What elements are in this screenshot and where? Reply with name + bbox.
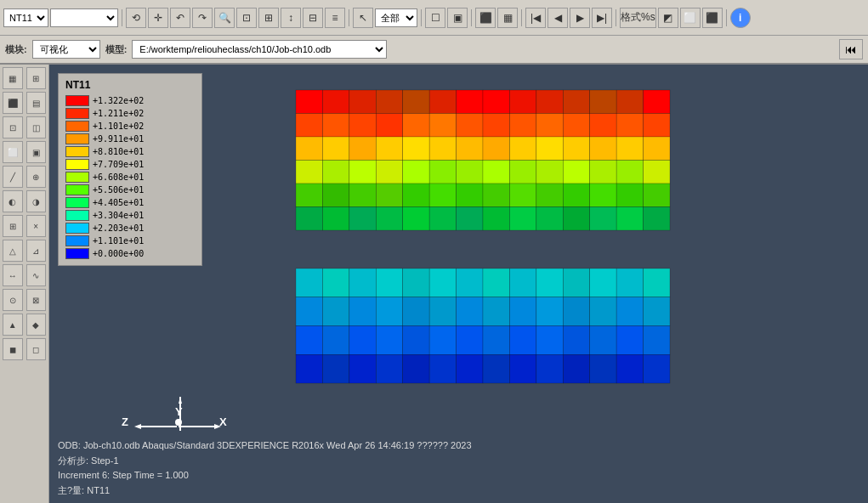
toolbar-icon-contour[interactable]: ⬛: [475, 8, 496, 28]
sidebar-btn-10[interactable]: ⊕: [26, 166, 47, 188]
status-increment-line: Increment 6: Step Time = 1.000: [58, 468, 859, 483]
legend-item: +5.506e+01: [65, 184, 195, 195]
toolbar-icon-box[interactable]: ☐: [425, 8, 445, 28]
separator-3: [421, 9, 422, 26]
sidebar-btn-18[interactable]: ∿: [26, 264, 47, 286]
sidebar-row-4: ⬜ ▣: [2, 140, 47, 164]
main-area: ▦ ⊞ ⬛ ▤ ⊡ ◫ ⬜ ▣ ╱ ⊕ ◐ ◑ ⊞ × △ ⊿: [0, 65, 868, 503]
legend-box: NT11 +1.322e+02+1.211e+02+1.101e+02+9.91…: [58, 73, 202, 266]
sidebar-btn-1[interactable]: ▦: [3, 67, 23, 89]
sidebar-btn-14[interactable]: ×: [26, 215, 47, 237]
sidebar-btn-6[interactable]: ◫: [26, 116, 47, 138]
sidebar-row-2: ⬛ ▤: [2, 91, 47, 115]
anim-next[interactable]: ▶|: [592, 8, 612, 28]
toolbar-icon-box2[interactable]: ▣: [447, 8, 468, 28]
toolbar-icon-fit[interactable]: ⊞: [258, 8, 279, 28]
sidebar-btn-13[interactable]: ⊞: [3, 215, 23, 237]
legend-item: +4.405e+01: [65, 196, 195, 208]
sidebar-btn-21[interactable]: ▲: [3, 314, 23, 336]
legend-value-text: +1.101e+02: [93, 122, 144, 131]
legend-value-text: +4.405e+01: [93, 198, 144, 207]
axis-z-label: Z: [122, 415, 128, 428]
sidebar-btn-19[interactable]: ⊙: [3, 289, 23, 311]
sidebar-row-12: ◼ ◻: [2, 337, 47, 361]
top-toolbar: NT11 ⟲ ✛ ↶ ↷ 🔍 ⊡ ⊞ ↕ ⊟ ≡ ↖ 全部 ☐ ▣ ⬛ ▦ |◀…: [0, 0, 868, 36]
sidebar-btn-11[interactable]: ◐: [3, 190, 23, 212]
toolbar-icon-cursor[interactable]: ↖: [353, 8, 373, 28]
legend-item: +9.911e+01: [65, 133, 195, 144]
anim-prev[interactable]: ◀: [547, 8, 568, 28]
legend-value-text: +0.000e+00: [93, 249, 144, 258]
toolbar-icon-zoom[interactable]: 🔍: [214, 8, 235, 28]
secondary-select[interactable]: [50, 8, 118, 27]
toolbar-icon-3[interactable]: ↶: [170, 8, 190, 28]
sidebar-row-10: ⊙ ⊠: [2, 288, 47, 312]
legend-color-swatch: [65, 133, 89, 144]
svg-marker-1: [179, 397, 182, 404]
sidebar-btn-2[interactable]: ⊞: [26, 67, 47, 89]
separator-2: [349, 9, 349, 26]
sidebar-btn-17[interactable]: ↔: [3, 264, 23, 286]
legend-item: +7.709e+01: [65, 158, 195, 170]
sidebar-btn-24[interactable]: ◻: [26, 338, 47, 360]
legend-color-swatch: [65, 248, 89, 259]
sidebar-row-3: ⊡ ◫: [2, 116, 47, 139]
left-sidebar: ▦ ⊞ ⬛ ▤ ⊡ ◫ ⬜ ▣ ╱ ⊕ ◐ ◑ ⊞ × △ ⊿: [0, 65, 49, 503]
sidebar-btn-15[interactable]: △: [3, 240, 23, 262]
module-select[interactable]: 可视化: [32, 40, 100, 59]
sidebar-btn-16[interactable]: ⊿: [26, 240, 47, 262]
variable-select[interactable]: NT11: [3, 8, 48, 27]
sidebar-btn-8[interactable]: ▣: [26, 141, 47, 163]
sidebar-btn-4[interactable]: ▤: [26, 92, 47, 114]
legend-value-text: +2.203e+01: [93, 223, 144, 233]
legend-color-swatch: [65, 223, 89, 234]
anim-play[interactable]: ▶: [570, 8, 590, 28]
sidebar-btn-5[interactable]: ⊡: [3, 116, 23, 138]
legend-item: +3.304e+01: [65, 209, 195, 221]
sidebar-btn-20[interactable]: ⊠: [26, 289, 47, 311]
sidebar-btn-9[interactable]: ╱: [3, 166, 23, 188]
sidebar-row-6: ◐ ◑: [2, 189, 47, 213]
sidebar-btn-23[interactable]: ◼: [3, 338, 23, 360]
separator-5: [521, 9, 522, 26]
format-btn[interactable]: 格式%s: [620, 8, 656, 28]
sidebar-row-5: ╱ ⊕: [2, 165, 47, 189]
sidebar-btn-22[interactable]: ◆: [26, 314, 47, 336]
toolbar-icon-contour2[interactable]: ▦: [497, 8, 518, 28]
toolbar-icon-1[interactable]: ⟲: [126, 8, 146, 28]
legend-value-text: +3.304e+01: [93, 211, 144, 220]
toolbar-icon-grid[interactable]: ⊟: [303, 8, 323, 28]
sidebar-btn-7[interactable]: ⬜: [3, 141, 23, 163]
toolbar-end-nav[interactable]: ⏮: [839, 39, 863, 59]
legend-item: +1.101e+01: [65, 235, 195, 246]
separator-4: [471, 9, 472, 26]
legend-value-text: +8.810e+01: [93, 147, 144, 156]
model-select[interactable]: E:/worktemp/reliouheclass/ch10/Job-ch10.…: [132, 40, 387, 59]
legend-value-text: +9.911e+01: [93, 134, 144, 144]
view-3d-1[interactable]: ◩: [658, 8, 678, 28]
legend-value-text: +1.101e+01: [93, 236, 144, 246]
info-btn[interactable]: i: [730, 8, 751, 28]
toolbar-icon-align[interactable]: ≡: [325, 8, 345, 28]
svg-marker-4: [134, 424, 141, 429]
all-select[interactable]: 全部: [375, 8, 417, 27]
legend-color-swatch: [65, 184, 89, 195]
toolbar-icon-4[interactable]: ↷: [192, 8, 213, 28]
status-step-line: 分析步: Step-1: [58, 454, 859, 469]
sidebar-row-11: ▲ ◆: [2, 313, 47, 336]
toolbar-icon-scale[interactable]: ↕: [281, 8, 301, 28]
view-3d-3[interactable]: ⬛: [702, 8, 723, 28]
legend-item: +8.810e+01: [65, 145, 195, 157]
anim-start[interactable]: |◀: [525, 8, 546, 28]
view-3d-2[interactable]: ⬜: [680, 8, 701, 28]
toolbar-icon-zoombox[interactable]: ⊡: [236, 8, 257, 28]
separator-7: [726, 9, 727, 26]
legend-value-text: +5.506e+01: [93, 185, 144, 195]
toolbar-icon-2[interactable]: ✛: [148, 8, 168, 28]
sidebar-btn-12[interactable]: ◑: [26, 190, 47, 212]
legend-value-text: +1.322e+02: [93, 96, 144, 105]
legend-title: NT11: [65, 79, 195, 91]
sidebar-btn-3[interactable]: ⬛: [3, 92, 23, 114]
model-label: 模型:: [105, 43, 128, 56]
legend-color-swatch: [65, 146, 89, 157]
